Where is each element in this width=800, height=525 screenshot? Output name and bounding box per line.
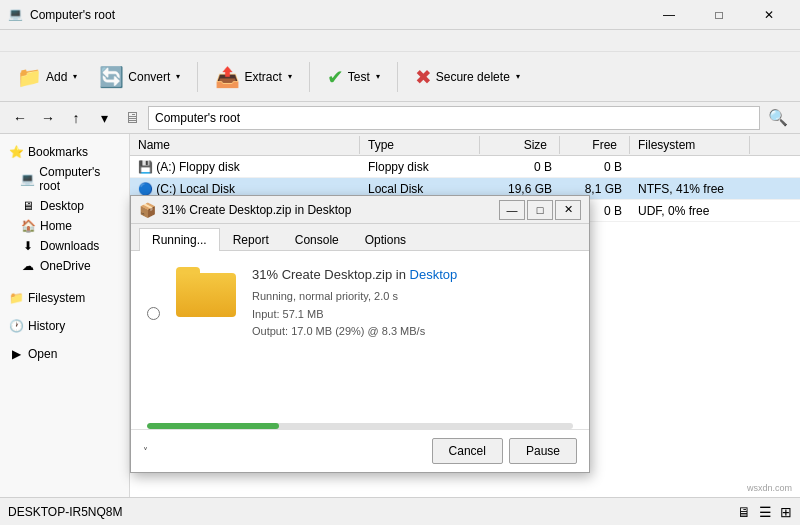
bookmarks-section: ⭐ Bookmarks 💻 Computer's root 🖥 Desktop …	[0, 142, 129, 276]
minimize-button[interactable]: —	[646, 0, 692, 30]
delete-icon: ✖	[415, 65, 432, 89]
add-dropdown-arrow: ▾	[73, 72, 77, 81]
open-label: Open	[28, 347, 57, 361]
dialog-tab-running[interactable]: Running...	[139, 228, 220, 251]
dialog-tab-console[interactable]: Console	[282, 228, 352, 251]
path-dropdown-button[interactable]: ▾	[92, 106, 116, 130]
dialog-title-bar: 📦 31% Create Desktop.zip in Desktop — □ …	[131, 196, 589, 224]
dialog-body: 31% Create Desktop.zip in Desktop Runnin…	[131, 251, 589, 411]
dialog-info: 31% Create Desktop.zip in Desktop Runnin…	[252, 267, 573, 341]
toolbar-separator-3	[397, 62, 398, 92]
add-button[interactable]: 📁 Add ▾	[8, 57, 86, 97]
col-header-type[interactable]: Type	[360, 136, 480, 154]
dialog: 📦 31% Create Desktop.zip in Desktop — □ …	[130, 195, 590, 473]
status-bar: DESKTOP-IR5NQ8M 🖥 ☰ ⊞	[0, 497, 800, 525]
dialog-footer: ˅ Cancel Pause	[131, 429, 589, 472]
history-icon: 🕐	[8, 319, 24, 333]
dialog-radio-input[interactable]	[147, 307, 160, 320]
col-header-free[interactable]: Free	[560, 136, 630, 154]
sidebar-item-history[interactable]: 🕐 History	[0, 316, 129, 336]
test-button[interactable]: ✔ Test ▾	[318, 57, 389, 97]
bookmarks-label: Bookmarks	[28, 145, 88, 159]
status-icon-monitor[interactable]: 🖥	[737, 504, 751, 520]
title-bar: 💻 Computer's root — □ ✕	[0, 0, 800, 30]
dialog-progress-row: 31% Create Desktop.zip in Desktop Runnin…	[147, 267, 573, 341]
computer-icon: 💻	[20, 172, 35, 186]
file-type-floppy: Floppy disk	[360, 158, 480, 176]
dialog-tab-options[interactable]: Options	[352, 228, 419, 251]
sidebar-item-downloads[interactable]: ⬇ Downloads	[0, 236, 129, 256]
open-icon: ▶	[8, 347, 24, 361]
dialog-title-text-part: 31% Create Desktop.zip in	[252, 267, 406, 282]
sidebar-spacer2	[0, 308, 129, 316]
status-icon-grid[interactable]: ⊞	[780, 504, 792, 520]
sidebar: ⭐ Bookmarks 💻 Computer's root 🖥 Desktop …	[0, 134, 130, 497]
downloads-icon: ⬇	[20, 239, 36, 253]
star-icon: ⭐	[8, 145, 24, 159]
col-header-name[interactable]: Name	[130, 136, 360, 154]
delete-dropdown-arrow: ▾	[516, 72, 520, 81]
file-free-floppy: 0 B	[560, 158, 630, 176]
secure-delete-button[interactable]: ✖ Secure delete ▾	[406, 57, 529, 97]
dialog-destination-link[interactable]: Desktop	[410, 267, 458, 282]
dialog-cancel-button[interactable]: Cancel	[432, 438, 503, 464]
dialog-minimize-button[interactable]: —	[499, 200, 525, 220]
up-button[interactable]: ↑	[64, 106, 88, 130]
folder-icon-large	[176, 267, 236, 317]
dialog-maximize-button[interactable]: □	[527, 200, 553, 220]
table-row[interactable]: 💾 (A:) Floppy disk Floppy disk 0 B 0 B	[130, 156, 800, 178]
dialog-tab-report[interactable]: Report	[220, 228, 282, 251]
extract-icon: 📤	[215, 65, 240, 89]
col-header-filesystem[interactable]: Filesystem	[630, 136, 750, 154]
extract-button[interactable]: 📤 Extract ▾	[206, 57, 300, 97]
convert-dropdown-arrow: ▾	[176, 72, 180, 81]
file-fs-local: NTFS, 41% free	[630, 180, 750, 198]
extract-dropdown-arrow: ▾	[288, 72, 292, 81]
status-text: DESKTOP-IR5NQ8M	[8, 505, 122, 519]
dialog-pause-button[interactable]: Pause	[509, 438, 577, 464]
dialog-title-buttons: — □ ✕	[499, 200, 581, 220]
sidebar-item-home[interactable]: 🏠 Home	[0, 216, 129, 236]
computers-root-label: Computer's root	[39, 165, 121, 193]
convert-label: Convert	[128, 70, 170, 84]
maximize-button[interactable]: □	[696, 0, 742, 30]
window-controls: — □ ✕	[646, 0, 792, 30]
desktop-icon: 🖥	[20, 199, 36, 213]
path-separator-icon: 🖥	[124, 109, 140, 127]
status-right: 🖥 ☰ ⊞	[737, 504, 792, 520]
home-label: Home	[40, 219, 72, 233]
convert-button[interactable]: 🔄 Convert ▾	[90, 57, 189, 97]
toolbar: 📁 Add ▾ 🔄 Convert ▾ 📤 Extract ▾ ✔ Test ▾…	[0, 52, 800, 102]
address-path: Computer's root	[155, 111, 240, 125]
sidebar-item-onedrive[interactable]: ☁ OneDrive	[0, 256, 129, 276]
folder-body	[176, 273, 236, 317]
extract-label: Extract	[244, 70, 281, 84]
dialog-expand-button[interactable]: ˅	[143, 446, 148, 457]
convert-icon: 🔄	[99, 65, 124, 89]
status-icon-list[interactable]: ☰	[759, 504, 772, 520]
search-button[interactable]: 🔍	[764, 106, 792, 130]
dialog-detail2: Input: 57.1 MB	[252, 306, 573, 324]
file-fs-floppy	[630, 165, 750, 169]
sidebar-item-open[interactable]: ▶ Open	[0, 344, 129, 364]
sidebar-item-filesystem[interactable]: 📁 Filesystem	[0, 288, 129, 308]
downloads-label: Downloads	[40, 239, 99, 253]
file-size-floppy: 0 B	[480, 158, 560, 176]
dialog-close-button[interactable]: ✕	[555, 200, 581, 220]
watermark: wsxdn.com	[747, 483, 792, 493]
dialog-operation-title: 31% Create Desktop.zip in Desktop	[252, 267, 573, 282]
close-button[interactable]: ✕	[746, 0, 792, 30]
forward-button[interactable]: →	[36, 106, 60, 130]
back-button[interactable]: ←	[8, 106, 32, 130]
dialog-icon: 📦	[139, 202, 156, 218]
address-input[interactable]: Computer's root	[148, 106, 760, 130]
sidebar-item-computers-root[interactable]: 💻 Computer's root	[0, 162, 129, 196]
desktop-label: Desktop	[40, 199, 84, 213]
floppy-icon: 💾	[138, 160, 156, 174]
col-header-size[interactable]: Size	[480, 136, 560, 154]
app-container: 💻 Computer's root — □ ✕ 📁 Add ▾ 🔄 Conver…	[0, 0, 800, 525]
sidebar-item-desktop[interactable]: 🖥 Desktop	[0, 196, 129, 216]
file-list-header: Name Type Size Free Filesystem	[130, 134, 800, 156]
delete-label: Secure delete	[436, 70, 510, 84]
filesystem-label: Filesystem	[28, 291, 85, 305]
